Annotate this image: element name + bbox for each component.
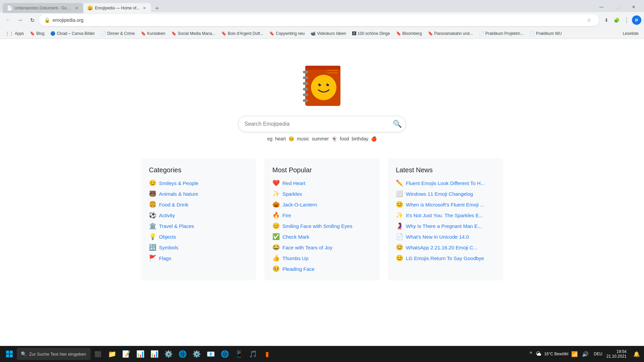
apps-icon: ⋮⋮ <box>5 31 13 36</box>
suggestion-apple[interactable]: 🍎 <box>371 136 377 141</box>
bookmark-bois[interactable]: 🔖 Bois d'Argent Duft... <box>219 30 266 37</box>
logo-container <box>297 59 347 109</box>
maximize-button[interactable]: ⬜ <box>610 2 625 12</box>
toolbar-right: ⬇ 🧩 ⋮ P <box>602 15 641 25</box>
minimize-button[interactable]: — <box>594 2 609 12</box>
tab-inactive[interactable]: 📄 Unbenanntes Dokument - Goo... ✕ <box>3 3 83 13</box>
bookmark-bloomberg[interactable]: 🔖 Bloomberg <box>393 30 425 37</box>
tears-of-joy-emoji: 😂 <box>272 244 280 251</box>
travel-link[interactable]: Travel & Places <box>159 223 194 229</box>
check-mark-link[interactable]: Check Mark <box>282 234 309 240</box>
food-link[interactable]: Food & Drink <box>159 202 189 207</box>
red-heart-link[interactable]: Red Heart <box>282 180 305 186</box>
objects-link[interactable]: Objects <box>159 234 176 240</box>
suggestion-eg[interactable]: eg <box>267 136 273 141</box>
bookmark-100dinge-label: 100 schöne Dinge <box>358 31 390 36</box>
list-item: 😊 LG Emojis Return To Say Goodbye <box>396 254 495 262</box>
bookmark-apps[interactable]: ⋮⋮ Apps <box>3 30 26 37</box>
list-item: 🏛️ Travel & Places <box>149 222 248 230</box>
tab2-close-button[interactable]: ✕ <box>142 5 147 11</box>
suggestion-smiley[interactable]: 😊 <box>288 136 294 141</box>
suggestion-summer[interactable]: summer <box>312 136 329 141</box>
news1-link[interactable]: Fluent Emojis Look Different To H... <box>406 180 485 186</box>
suggestion-food[interactable]: food <box>340 136 349 141</box>
suggestion-music-text: music <box>297 136 309 141</box>
tab-active[interactable]: 😀 Emojipedia — Home of... ✕ <box>83 3 151 13</box>
pleading-face-link[interactable]: Pleading Face <box>282 266 315 272</box>
bookmark-kursideen[interactable]: 🔖 Kursideen <box>138 30 168 37</box>
bookmark-star-icon[interactable]: ☆ <box>584 15 594 25</box>
new-tab-button[interactable]: + <box>152 4 162 13</box>
jack-o-lantern-link[interactable]: Jack-O-Lantern <box>282 202 317 207</box>
bookmark-blog[interactable]: 🔖 Blog <box>27 30 47 37</box>
symbols-link[interactable]: Symbols <box>159 245 178 250</box>
bookmark-100dinge[interactable]: 🅱 100 schöne Dinge <box>350 30 393 37</box>
hero-section: 🔍 eg heart 😊 music summer 👻 food <box>231 39 413 152</box>
bookmark-dinner[interactable]: 📄 Dinner & Crime <box>98 30 138 37</box>
tears-of-joy-link[interactable]: Face with Tears of Joy <box>282 245 332 250</box>
news5-link[interactable]: Why Is There a Pregnant Man E... <box>406 223 482 229</box>
objects-emoji: 💡 <box>149 233 156 240</box>
search-input[interactable] <box>238 116 406 132</box>
bookmark-apps-label: Apps <box>15 31 24 36</box>
suggestion-music[interactable]: music <box>297 136 309 141</box>
bookmark-videokurs[interactable]: 📹 Videokurs Ideen <box>308 30 349 37</box>
bookmarks-more-button[interactable]: Leseliste <box>620 30 641 37</box>
list-item: ⚽ Activity <box>149 212 248 219</box>
jack-o-lantern-emoji: 🎃 <box>272 201 280 208</box>
close-button[interactable]: ✕ <box>626 2 641 12</box>
tab1-title: Unbenanntes Dokument - Goo... <box>14 6 72 10</box>
bookmark-blog-label: Blog <box>36 31 44 36</box>
bookmark-praktikum2[interactable]: 📄 Praktikum WU <box>527 30 565 37</box>
social-icon: 🔖 <box>171 31 176 36</box>
forward-button[interactable]: → <box>15 15 25 25</box>
url-input[interactable]: emojipedia.org <box>53 17 582 23</box>
news3-link[interactable]: When is Microsoft's Fluent Emoji ... <box>406 202 484 207</box>
thumbs-up-link[interactable]: Thumbs Up <box>282 255 309 261</box>
flags-link[interactable]: Flags <box>159 255 171 261</box>
latest-news-title: Latest News <box>396 166 495 174</box>
bookmark-praktikum1[interactable]: 📄 Praktikum Projektm... <box>476 30 526 37</box>
fire-link[interactable]: Fire <box>282 213 291 218</box>
suggestion-ghost-emoji: 👻 <box>331 136 337 141</box>
extensions-icon[interactable]: 🧩 <box>612 15 621 25</box>
kursideen-icon: 🔖 <box>141 31 146 36</box>
news6-link[interactable]: What's New in Unicode 14.0 <box>406 234 469 240</box>
news2-link[interactable]: Windows 11 Emoji Changelog <box>406 191 473 197</box>
news7-emoji: 😊 <box>396 244 403 251</box>
smileys-link[interactable]: Smileys & People <box>159 180 199 186</box>
svg-point-11 <box>328 83 329 84</box>
refresh-button[interactable]: ↻ <box>27 15 38 25</box>
news8-link[interactable]: LG Emojis Return To Say Goodbye <box>406 255 484 261</box>
back-button[interactable]: ← <box>3 15 13 25</box>
travel-emoji: 🏛️ <box>149 222 156 230</box>
praktikum2-icon: 📄 <box>530 31 535 36</box>
news7-link[interactable]: WhatsApp 2.21.16.20 Emoji C... <box>406 245 477 250</box>
tab1-close-button[interactable]: ✕ <box>74 5 79 11</box>
downloads-icon[interactable]: ⬇ <box>602 15 611 25</box>
search-button[interactable]: 🔍 <box>393 120 402 128</box>
symbols-emoji: 🔣 <box>149 244 156 251</box>
bookmark-cload[interactable]: 🔵 Cload – Canva Bilder <box>48 30 97 37</box>
most-popular-list: ❤️ Red Heart ✨ Sparkles 🎃 Jack-O-Lantern… <box>272 179 372 273</box>
smiling-eyes-link[interactable]: Smiling Face with Smiling Eyes <box>282 223 352 229</box>
tab-bar: 📄 Unbenanntes Dokument - Goo... ✕ 😀 Emoj… <box>3 1 162 13</box>
bookmark-copywriting[interactable]: 🔖 Copywriting neu <box>267 30 307 37</box>
suggestion-birthday[interactable]: birthday <box>352 136 369 141</box>
activity-link[interactable]: Activity <box>159 213 175 218</box>
sparkles-link[interactable]: Sparkles <box>282 191 302 197</box>
suggestion-ghost[interactable]: 👻 <box>331 136 337 141</box>
settings-icon[interactable]: ⋮ <box>622 15 631 25</box>
bookmark-panorama[interactable]: 🔖 Panoramabahn und... <box>425 30 476 37</box>
bookmark-social[interactable]: 🔖 Social Media Mana... <box>169 30 218 37</box>
suggestion-heart[interactable]: heart <box>275 136 286 141</box>
list-item: 🔣 Symbols <box>149 244 248 251</box>
animals-link[interactable]: Animals & Nature <box>159 191 198 197</box>
news4-link[interactable]: It's Not Just You. The Sparkles E... <box>406 213 483 218</box>
praktikum1-icon: 📄 <box>479 31 484 36</box>
profile-button[interactable]: P <box>632 15 641 25</box>
list-item: 🤰 Why Is There a Pregnant Man E... <box>396 222 495 230</box>
address-bar[interactable]: 🔒 emojipedia.org ☆ <box>39 14 599 26</box>
list-item: 😂 Face with Tears of Joy <box>272 244 372 251</box>
list-item: 💡 Objects <box>149 233 248 240</box>
